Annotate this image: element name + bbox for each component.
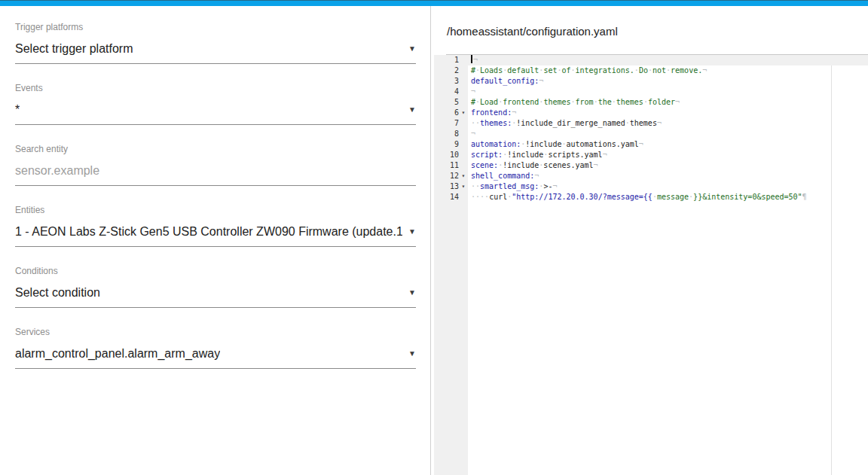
gutter-line-14: 14 (434, 192, 468, 202)
line-number: 8 (454, 129, 459, 139)
entities-value: 1 - AEON Labs Z-Stick Gen5 USB Controlle… (15, 225, 402, 239)
conditions-select[interactable]: Select condition ▼ (15, 285, 416, 300)
eol-marker: ¬ (471, 87, 475, 96)
gutter-line-3: 3 (434, 76, 468, 87)
eol-marker: ¬ (675, 98, 680, 106)
eol-marker: ¬ (473, 56, 478, 64)
gutter-line-13: 13▾ (434, 181, 468, 192)
code-line-9[interactable]: automation:·!include·automations.yaml¬ (468, 139, 868, 150)
trigger-platform-select[interactable]: Select trigger platform ▼ (15, 41, 416, 56)
dropdown-arrow-icon: ▼ (408, 349, 416, 358)
text-cursor (471, 55, 472, 63)
field-entities: Entities 1 - AEON Labs Z-Stick Gen5 USB … (15, 205, 416, 247)
code-line-1[interactable]: ¬ (468, 55, 868, 65)
dropdown-arrow-icon: ▼ (408, 105, 416, 114)
line-number: 10 (450, 150, 459, 160)
code-line-7[interactable]: ··themes:·!include_dir_merge_named·theme… (468, 118, 868, 129)
line-number: 2 (454, 65, 459, 76)
fold-arrow-icon[interactable]: ▾ (459, 181, 468, 192)
gutter-line-10: 10 (434, 150, 468, 160)
main-content: Trigger platforms Select trigger platfor… (0, 6, 868, 475)
line-number: 7 (454, 118, 459, 129)
eol-marker: ¬ (534, 172, 539, 180)
line-number: 11 (450, 160, 459, 171)
code-editor[interactable]: 123456▾789101112▾13▾14 ¬#·Loads·default·… (431, 55, 868, 475)
field-services: Services alarm_control_panel.alarm_arm_a… (15, 327, 416, 369)
gutter-line-8: 8 (434, 129, 468, 139)
line-number: 5 (454, 97, 459, 108)
editor-filename: /homeassistant/configuration.yaml (447, 25, 868, 38)
line-number: 4 (454, 87, 459, 97)
gutter-line-6: 6▾ (434, 108, 468, 118)
gutter-line-2: 2 (434, 65, 468, 76)
eol-marker: ¬ (702, 66, 707, 75)
search-entity-label: Search entity (15, 144, 416, 154)
conditions-value: Select condition (15, 286, 100, 300)
code-line-6[interactable]: frontend:¬ (468, 108, 868, 118)
search-entity-input[interactable] (15, 163, 416, 178)
fold-arrow-icon[interactable]: ▾ (459, 108, 468, 118)
dropdown-arrow-icon: ▼ (408, 227, 416, 236)
gutter-line-4: 4 (434, 87, 468, 97)
line-number: 1 (454, 55, 459, 65)
field-underline (15, 307, 416, 308)
editor-gutter: 123456▾789101112▾13▾14 (434, 55, 468, 475)
eol-marker: ¬ (552, 182, 557, 190)
fold-arrow-icon[interactable]: ▾ (459, 171, 468, 181)
gutter-line-11: 11 (434, 160, 468, 171)
events-select[interactable]: * ▼ (15, 102, 416, 117)
eol-marker: ¬ (594, 161, 598, 169)
code-line-13[interactable]: ··smartled_msg:·>-¬ (468, 181, 868, 192)
line-number: 3 (454, 76, 459, 87)
gutter-line-1: 1 (434, 55, 468, 65)
eol-marker: ¬ (603, 151, 607, 159)
entities-select[interactable]: 1 - AEON Labs Z-Stick Gen5 USB Controlle… (15, 224, 416, 239)
code-line-4[interactable]: ¬ (468, 87, 868, 97)
trigger-platforms-label: Trigger platforms (15, 22, 416, 32)
code-line-11[interactable]: scene:·!include·scenes.yaml¬ (468, 160, 868, 171)
editor-code[interactable]: ¬#·Loads·default·set·of·integrations.·Do… (468, 55, 868, 475)
gutter-line-7: 7 (434, 118, 468, 129)
code-line-10[interactable]: script:·!include·scripts.yaml¬ (468, 150, 868, 160)
field-underline (15, 246, 416, 247)
field-underline (15, 185, 416, 186)
top-accent-bar (0, 0, 868, 6)
eol-marker: ¬ (539, 77, 543, 85)
field-conditions: Conditions Select condition ▼ (15, 266, 416, 308)
gutter-line-9: 9 (434, 139, 468, 150)
line-number: 9 (454, 139, 459, 150)
field-underline (15, 63, 416, 64)
dropdown-arrow-icon: ▼ (408, 288, 416, 297)
code-line-8[interactable]: ¬ (468, 129, 868, 139)
gutter-line-5: 5 (434, 97, 468, 108)
field-search-entity: Search entity (15, 144, 416, 186)
code-line-2[interactable]: #·Loads·default·set·of·integrations.·Do·… (468, 65, 868, 76)
eol-marker: ¬ (471, 129, 475, 138)
entities-label: Entities (15, 205, 416, 215)
conditions-label: Conditions (15, 266, 416, 276)
dropdown-arrow-icon: ▼ (408, 44, 416, 53)
gutter-line-12: 12▾ (434, 171, 468, 181)
trigger-platform-value: Select trigger platform (15, 42, 133, 56)
editor-header: /homeassistant/configuration.yaml (431, 6, 868, 55)
events-value: * (15, 103, 20, 117)
code-line-3[interactable]: default_config:¬ (468, 76, 868, 87)
field-trigger-platforms: Trigger platforms Select trigger platfor… (15, 22, 416, 64)
field-underline (15, 124, 416, 125)
code-line-5[interactable]: #·Load·frontend·themes·from·the·themes·f… (468, 97, 868, 108)
services-select[interactable]: alarm_control_panel.alarm_arm_away ▼ (15, 346, 416, 361)
line-number: 13 (450, 181, 459, 192)
code-line-14[interactable]: ····curl·"http://172.20.0.30/?message={{… (468, 192, 868, 202)
eol-marker: ¶ (802, 193, 807, 201)
code-line-12[interactable]: shell_command:¬ (468, 171, 868, 181)
line-number: 12 (450, 171, 459, 181)
line-number: 14 (450, 192, 459, 202)
eol-marker: ¬ (639, 140, 643, 148)
eol-marker: ¬ (512, 108, 516, 117)
services-label: Services (15, 327, 416, 337)
events-label: Events (15, 83, 416, 93)
automation-form-panel: Trigger platforms Select trigger platfor… (0, 6, 430, 475)
field-underline (15, 368, 416, 369)
eol-marker: ¬ (657, 119, 662, 127)
config-editor-panel: /homeassistant/configuration.yaml 123456… (431, 6, 868, 475)
